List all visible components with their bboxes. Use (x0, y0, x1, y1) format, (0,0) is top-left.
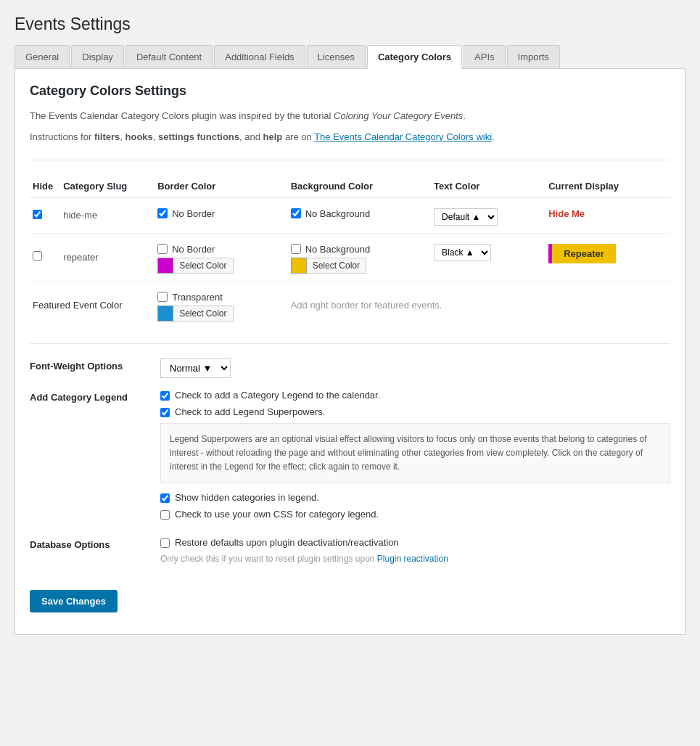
border-swatch-repeater (157, 258, 173, 274)
database-options-label: Database Options (30, 537, 146, 550)
transparent-checkbox[interactable] (157, 292, 168, 302)
legend-superpowers-desc: Legend Superpowers are an optional visua… (160, 423, 670, 484)
check-show-hidden: Show hidden categories in legend. (160, 492, 670, 503)
col-slug: Category Slug (60, 175, 155, 198)
font-weight-label: Font-Weight Options (30, 358, 146, 372)
own-css-text: Check to use your own CSS for category l… (175, 509, 379, 520)
database-options-row: Database Options Restore defaults upon p… (30, 537, 670, 564)
border-checkbox-repeater[interactable] (157, 244, 168, 254)
wiki-link[interactable]: The Events Calendar Category Colors wiki (314, 131, 492, 142)
text-color-select-repeater[interactable]: Black ▲ (434, 244, 491, 261)
tab-category-colors[interactable]: Category Colors (367, 45, 462, 69)
divider-2 (30, 343, 670, 344)
featured-swatch (157, 306, 173, 321)
tab-display[interactable]: Display (71, 45, 124, 68)
col-display: Current Display (545, 175, 670, 198)
color-settings-table: Hide Category Slug Border Color Backgrou… (30, 175, 670, 329)
tab-additional-fields[interactable]: Additional Fields (214, 45, 305, 68)
bg-label-hide-me: No Background (305, 208, 371, 219)
panel-title: Category Colors Settings (30, 83, 670, 99)
check-add-legend: Check to add a Category Legend to the ca… (160, 390, 670, 401)
bg-label-repeater: No Background (305, 244, 371, 255)
table-row: hide-me No Border No Background (30, 197, 670, 233)
intro-text-2: Instructions for filters, hooks, setting… (30, 130, 670, 145)
slug-hide-me: hide-me (63, 210, 97, 221)
table-row: repeater No Border Select Color No (30, 233, 670, 281)
display-repeater: Repeater (548, 244, 616, 263)
transparent-label: Transparent (172, 292, 223, 303)
check-restore-defaults: Restore defaults upon plugin deactivatio… (160, 537, 670, 548)
main-panel: Category Colors Settings The Events Cale… (15, 69, 685, 635)
save-changes-button[interactable]: Save Changes (30, 590, 118, 612)
show-hidden-text: Show hidden categories in legend. (175, 492, 319, 503)
col-border: Border Color (155, 175, 287, 198)
check-legend-superpowers: Check to add Legend Superpowers. (160, 406, 670, 417)
check-own-css: Check to use your own CSS for category l… (160, 509, 670, 520)
border-checkbox-hide-me[interactable] (157, 208, 168, 218)
col-background: Background Color (288, 175, 431, 198)
border-color-btn-repeater[interactable]: Select Color (173, 258, 233, 274)
featured-info-text: Add right border for featured events. (291, 300, 442, 311)
tab-apis[interactable]: APIs (464, 45, 505, 68)
bg-checkbox-repeater[interactable] (291, 244, 301, 254)
show-hidden-checkbox[interactable] (160, 493, 170, 503)
hide-checkbox-repeater[interactable] (33, 251, 42, 261)
display-hide-me: Hide Me (548, 208, 585, 219)
featured-event-label: Featured Event Color (33, 300, 123, 311)
add-legend-checkbox[interactable] (160, 391, 170, 401)
border-label-repeater: No Border (172, 244, 215, 255)
border-label-hide-me: No Border (172, 208, 215, 219)
intro-text-1: The Events Calendar Category Colors plug… (30, 109, 670, 124)
featured-color-btn[interactable]: Select Color (173, 306, 233, 321)
tab-licenses[interactable]: Licenses (307, 45, 366, 68)
bg-color-btn-repeater[interactable]: Select Color (307, 258, 366, 274)
tab-general[interactable]: General (15, 45, 70, 68)
bg-checkbox-hide-me[interactable] (291, 208, 301, 218)
restore-defaults-checkbox[interactable] (160, 538, 170, 548)
text-color-select-hide-me[interactable]: Default ▲ (434, 208, 498, 226)
tab-imports[interactable]: Imports (507, 45, 560, 68)
col-hide: Hide (30, 175, 60, 198)
category-legend-row: Add Category Legend Check to add a Categ… (30, 390, 670, 526)
page-title: Events Settings (15, 15, 685, 34)
own-css-checkbox[interactable] (160, 510, 170, 520)
tabs-nav: General Display Default Content Addition… (15, 45, 685, 69)
featured-event-row: Featured Event Color Transparent Select … (30, 281, 670, 329)
font-weight-row: Font-Weight Options Normal ▼ Bold Bolder… (30, 358, 670, 378)
legend-superpowers-text: Check to add Legend Superpowers. (175, 406, 325, 417)
database-subtext: Only check this if you want to reset plu… (160, 554, 670, 564)
divider-1 (30, 160, 670, 160)
legend-superpowers-checkbox[interactable] (160, 408, 170, 417)
col-text: Text Color (431, 175, 545, 198)
settings-section: Font-Weight Options Normal ▼ Bold Bolder… (30, 358, 670, 565)
bg-swatch-repeater (291, 258, 307, 274)
add-legend-text: Check to add a Category Legend to the ca… (175, 390, 380, 401)
hide-checkbox-hide-me[interactable] (33, 210, 42, 219)
tab-default-content[interactable]: Default Content (125, 45, 213, 68)
restore-defaults-text: Restore defaults upon plugin deactivatio… (175, 537, 399, 548)
slug-repeater: repeater (63, 252, 98, 263)
font-weight-select[interactable]: Normal ▼ Bold Bolder Lighter (160, 358, 231, 378)
category-legend-label: Add Category Legend (30, 390, 146, 403)
